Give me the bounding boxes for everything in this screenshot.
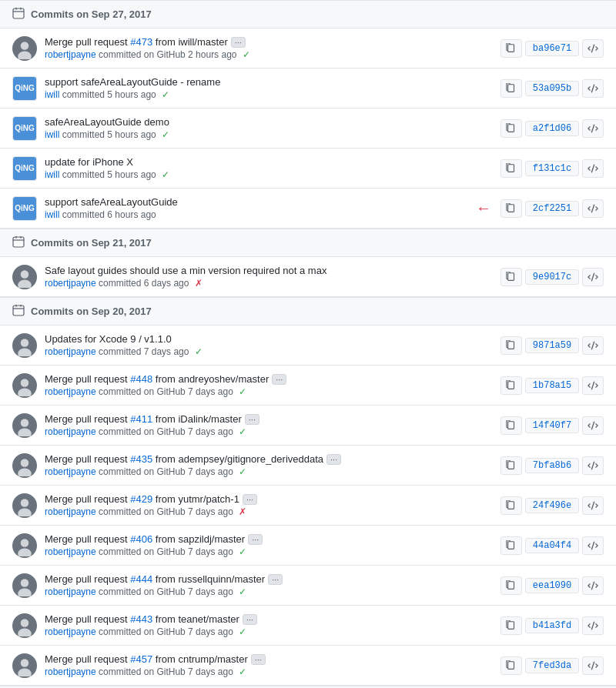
commit-author-link[interactable]: robertjpayne: [45, 386, 96, 397]
commit-actions: 9871a59: [500, 336, 604, 355]
ellipsis-button[interactable]: ···: [251, 654, 266, 665]
commit-sha-link[interactable]: 2cf2251: [525, 201, 579, 216]
browse-code-button[interactable]: [582, 39, 604, 58]
commit-main: Merge pull request #443 from teanet/mast…: [45, 613, 491, 638]
copy-sha-button[interactable]: [500, 416, 522, 435]
qing-avatar: QiNG: [12, 156, 37, 181]
ellipsis-button[interactable]: ···: [326, 454, 341, 465]
browse-code-button[interactable]: [582, 456, 604, 475]
commit-author-link[interactable]: iwill: [45, 89, 59, 100]
copy-sha-button[interactable]: [500, 199, 522, 218]
commit-author-link[interactable]: robertjpayne: [45, 346, 96, 357]
commit-author-link[interactable]: robertjpayne: [45, 626, 96, 637]
commit-actions: 44a04f4: [500, 536, 604, 555]
commit-sha-link[interactable]: f131c1c: [525, 161, 579, 176]
ellipsis-button[interactable]: ···: [272, 374, 286, 385]
browse-code-button[interactable]: [582, 268, 604, 286]
pr-link[interactable]: #448: [130, 373, 152, 385]
ellipsis-button[interactable]: ···: [248, 534, 263, 545]
pr-link[interactable]: #443: [130, 613, 152, 625]
copy-sha-button[interactable]: [500, 336, 522, 355]
browse-code-button[interactable]: [582, 376, 604, 395]
ellipsis-button[interactable]: ···: [243, 494, 257, 505]
commit-sha-link[interactable]: b41a3fd: [525, 618, 579, 633]
browse-code-button[interactable]: [582, 496, 604, 515]
commit-author-link[interactable]: robertjpayne: [45, 466, 96, 477]
commit-title: Merge pull request #444 from russellquin…: [45, 573, 491, 586]
check-status-icon: ✓: [239, 386, 246, 397]
browse-code-button[interactable]: [582, 119, 604, 138]
commit-author-link[interactable]: robertjpayne: [45, 586, 96, 597]
browse-code-button[interactable]: [582, 536, 604, 555]
commit-avatar: [12, 36, 37, 61]
pr-link[interactable]: #444: [130, 573, 152, 585]
browse-code-button[interactable]: [582, 79, 604, 98]
browse-code-button[interactable]: [582, 656, 604, 675]
commit-sha-link[interactable]: 44a04f4: [525, 538, 579, 553]
copy-sha-button[interactable]: [500, 456, 522, 475]
copy-sha-button[interactable]: [500, 268, 522, 286]
ellipsis-button[interactable]: ···: [268, 574, 283, 585]
browse-code-button[interactable]: [582, 576, 604, 595]
commit-sha-link[interactable]: 14f40f7: [525, 418, 579, 433]
copy-sha-button[interactable]: [500, 536, 522, 555]
commit-actions: f131c1c: [500, 159, 604, 178]
commit-author-link[interactable]: robertjpayne: [45, 426, 96, 437]
commit-sha-link[interactable]: ba96e71: [525, 41, 579, 56]
commit-sha-link[interactable]: 7bfa8b6: [525, 458, 579, 473]
commit-sha-link[interactable]: 1b78a15: [525, 378, 579, 393]
commit-sha-link[interactable]: 53a095b: [525, 81, 579, 96]
commit-author-link[interactable]: iwill: [45, 129, 59, 140]
pr-link[interactable]: #457: [130, 653, 152, 665]
svg-line-51: [591, 581, 594, 589]
browse-code-button[interactable]: [582, 199, 604, 218]
commit-sha-link[interactable]: a2f1d06: [525, 121, 579, 136]
commit-author-link[interactable]: robertjpayne: [45, 546, 96, 557]
commit-sha-link[interactable]: 7fed3da: [525, 658, 579, 673]
copy-sha-button[interactable]: [500, 376, 522, 395]
ellipsis-button[interactable]: ···: [245, 414, 259, 425]
browse-code-button[interactable]: [582, 159, 604, 178]
commit-row: Merge pull request #406 from sapzildj/ma…: [0, 526, 616, 566]
commit-author-link[interactable]: iwill: [45, 169, 59, 180]
pr-link[interactable]: #429: [130, 493, 152, 505]
commit-main: Merge pull request #429 from yutmr/patch…: [45, 493, 491, 518]
copy-sha-button[interactable]: [500, 576, 522, 595]
commit-sha-link[interactable]: eea1090: [525, 578, 579, 593]
copy-sha-button[interactable]: [500, 496, 522, 515]
svg-line-55: [591, 621, 594, 630]
pr-link[interactable]: #435: [130, 453, 152, 465]
commit-sha-link[interactable]: 9871a59: [525, 338, 579, 353]
copy-sha-button[interactable]: [500, 656, 522, 675]
commit-sha-link[interactable]: 24f496e: [525, 498, 579, 513]
commit-author-link[interactable]: robertjpayne: [45, 49, 96, 60]
commit-author-link[interactable]: robertjpayne: [45, 666, 96, 677]
ellipsis-button[interactable]: ···: [243, 614, 257, 625]
svg-point-25: [21, 339, 29, 347]
commit-author-link[interactable]: robertjpayne: [45, 278, 96, 289]
copy-sha-button[interactable]: [500, 79, 522, 98]
commit-sha-link[interactable]: 9e9017c: [525, 269, 579, 285]
copy-sha-button[interactable]: [500, 616, 522, 635]
pr-link[interactable]: #406: [130, 533, 152, 545]
svg-line-7: [591, 44, 594, 52]
arrow-annotation: ←: [471, 199, 491, 217]
browse-code-button[interactable]: [582, 616, 604, 635]
copy-sha-button[interactable]: [500, 159, 522, 178]
commit-author-link[interactable]: iwill: [45, 209, 59, 220]
ellipsis-button[interactable]: ···: [231, 37, 246, 48]
commit-author-link[interactable]: robertjpayne: [45, 506, 96, 517]
copy-sha-button[interactable]: [500, 119, 522, 138]
browse-code-button[interactable]: [582, 416, 604, 435]
commit-avatar: [12, 573, 37, 598]
svg-rect-0: [13, 8, 24, 18]
pr-link[interactable]: #411: [130, 413, 152, 425]
commit-meta: robertjpayne committed 6 days ago ✗: [45, 278, 491, 289]
commit-row: Merge pull request #435 from adempsey/gi…: [0, 446, 616, 486]
svg-line-43: [591, 501, 594, 509]
date-label: Commits on Sep 21, 2017: [31, 237, 152, 249]
browse-code-button[interactable]: [582, 336, 604, 355]
commit-row: Merge pull request #411 from iDalink/mas…: [0, 406, 616, 446]
copy-sha-button[interactable]: [500, 39, 522, 58]
pr-link[interactable]: #473: [130, 36, 152, 48]
